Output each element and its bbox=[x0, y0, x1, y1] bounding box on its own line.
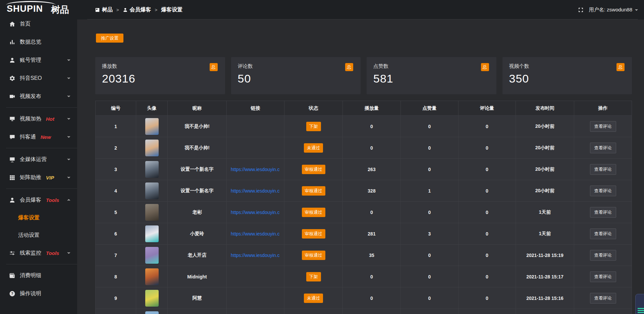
status-badge: 审核通过 bbox=[302, 251, 325, 260]
breadcrumb-separator: > bbox=[155, 7, 158, 12]
cell-comments: 0 bbox=[459, 202, 516, 223]
sidebar-item-label: 抖客通 bbox=[20, 134, 36, 141]
view-comments-button[interactable]: 查看评论 bbox=[590, 143, 616, 153]
cell-avatar bbox=[136, 159, 168, 180]
breadcrumb-item-0[interactable]: 树品 bbox=[95, 6, 113, 13]
sidebar-item-label: 操作说明 bbox=[20, 290, 41, 297]
cell-plays: 263 bbox=[343, 159, 401, 180]
promo-settings-button[interactable]: 推广设置 bbox=[96, 34, 123, 43]
chevron-down-icon bbox=[66, 251, 71, 255]
sidebar-item-tag: VIP bbox=[46, 175, 54, 180]
table-row-3: 4设置一个新名字https://www.iesdouyin.c审核通过32810… bbox=[96, 180, 632, 202]
cell-nickname: 我不是小帅! bbox=[168, 116, 227, 137]
cell-time bbox=[516, 309, 574, 314]
sidebar-item-4[interactable]: 视频发布 bbox=[0, 87, 77, 105]
total-badge: 总 bbox=[345, 63, 353, 71]
sidebar-item-16[interactable]: ?操作说明 bbox=[0, 284, 77, 303]
view-comments-button[interactable]: 查看评论 bbox=[590, 271, 616, 282]
chevron-down-icon[interactable] bbox=[634, 8, 639, 12]
stat-card-1: 评论数总50 bbox=[231, 57, 361, 94]
sidebar-item-label: 视频发布 bbox=[20, 93, 41, 100]
chevron-up-icon bbox=[66, 198, 71, 202]
cell-actions: 查看评论 bbox=[574, 245, 632, 266]
breadcrumb-item-1[interactable]: 会员爆客 bbox=[123, 6, 151, 13]
fullscreen-icon[interactable] bbox=[578, 7, 584, 13]
view-comments-button[interactable]: 查看评论 bbox=[590, 164, 616, 175]
cell-time: 2021-11-28 15:17 bbox=[516, 266, 574, 287]
grid-icon bbox=[9, 174, 15, 181]
sidebar-item-7[interactable]: 抖客通New bbox=[0, 128, 77, 146]
cell-actions: 查看评论 bbox=[574, 287, 632, 309]
stat-card-0: 播放数总20316 bbox=[95, 57, 225, 94]
cell-status: 审核通过 bbox=[284, 223, 343, 244]
sidebar-item-1[interactable]: 数据总览 bbox=[0, 33, 77, 51]
chevron-down-icon bbox=[66, 58, 71, 62]
cell-status: 审核通过 bbox=[284, 202, 343, 223]
cell-comments: 0 bbox=[459, 266, 516, 287]
cell-time: 20小时前 bbox=[516, 116, 574, 137]
cell-link: https://www.iesdouyin.c bbox=[227, 223, 284, 244]
breadcrumb-item-2[interactable]: 爆客设置 bbox=[161, 6, 182, 13]
logo-text-en: SHUPIN bbox=[7, 4, 43, 14]
data-table: 编号头像昵称链接状态播放量点赞量评论量发布时间操作1我不是小帅!下架00020小… bbox=[95, 101, 632, 314]
cell-plays: 0 bbox=[343, 202, 401, 223]
stat-card-2: 点赞数总581 bbox=[367, 57, 496, 94]
profile-link[interactable]: https://www.iesdouyin.c bbox=[231, 231, 280, 237]
table-row-6: 7老人开店https://www.iesdouyin.c审核通过35002021… bbox=[96, 245, 632, 266]
cell-time: 2021-11-28 15:16 bbox=[516, 287, 574, 309]
table-row-0: 1我不是小帅!下架00020小时前查看评论 bbox=[96, 116, 632, 137]
avatar bbox=[145, 182, 159, 199]
floating-widget[interactable] bbox=[635, 294, 644, 314]
view-comments-button[interactable]: 查看评论 bbox=[590, 250, 616, 261]
breadcrumb-separator: > bbox=[116, 7, 119, 12]
total-badge: 总 bbox=[210, 63, 218, 71]
sidebar-item-9[interactable]: 全媒体运营 bbox=[0, 150, 77, 168]
username-menu[interactable]: 用户名: zswodun88 bbox=[589, 7, 632, 13]
cell-plays: 0 bbox=[343, 287, 401, 309]
sidebar-item-0[interactable]: 首页 bbox=[0, 15, 77, 33]
cell-plays: 35 bbox=[343, 245, 401, 266]
sidebar-item-15[interactable]: 消费明细 bbox=[0, 266, 77, 284]
cell-likes: 0 bbox=[401, 159, 459, 180]
total-badge: 总 bbox=[616, 63, 625, 71]
cell-status: 未通过 bbox=[284, 287, 343, 309]
cell-likes: 0 bbox=[401, 116, 459, 137]
sliders-icon bbox=[9, 250, 15, 256]
sidebar-divider bbox=[6, 264, 77, 264]
column-header-2: 昵称 bbox=[168, 101, 227, 115]
status-badge: 审核通过 bbox=[302, 208, 325, 217]
view-comments-button[interactable]: 查看评论 bbox=[590, 121, 616, 132]
cell-link bbox=[227, 309, 284, 314]
column-header-1: 头像 bbox=[136, 101, 168, 115]
profile-link[interactable]: https://www.iesdouyin.c bbox=[231, 188, 280, 194]
view-comments-button[interactable]: 查看评论 bbox=[590, 293, 616, 304]
sidebar-subitem-12-0[interactable]: 爆客设置 bbox=[0, 209, 77, 226]
avatar bbox=[145, 290, 159, 307]
profile-link[interactable]: https://www.iesdouyin.c bbox=[231, 210, 280, 215]
avatar bbox=[145, 311, 159, 314]
brand-logo[interactable]: SHUPIN 树品 bbox=[0, 0, 77, 15]
sidebar-item-10[interactable]: 矩阵助推VIP bbox=[0, 168, 77, 187]
table-row-4: 5老彬https://www.iesdouyin.c审核通过0001天前查看评论 bbox=[96, 202, 632, 223]
view-comments-button[interactable]: 查看评论 bbox=[590, 228, 616, 239]
sidebar-subitem-12-1[interactable]: 活动设置 bbox=[0, 226, 77, 244]
sidebar-item-3[interactable]: 抖音SEO bbox=[0, 69, 77, 87]
cell-actions: 查看评论 bbox=[574, 223, 632, 244]
sidebar-item-13[interactable]: 线索监控Tools bbox=[0, 244, 77, 262]
profile-link[interactable]: https://www.iesdouyin.c bbox=[231, 167, 280, 172]
cell-actions: 查看评论 bbox=[574, 202, 632, 223]
view-comments-button[interactable]: 查看评论 bbox=[590, 186, 616, 196]
topbar: 树品>会员爆客>爆客设置 用户名: zswodun88 bbox=[77, 0, 644, 19]
profile-link[interactable]: https://www.iesdouyin.c bbox=[231, 253, 280, 258]
sidebar-item-6[interactable]: 视频加热Hot bbox=[0, 110, 77, 128]
view-comments-button[interactable]: 查看评论 bbox=[590, 207, 616, 218]
user-icon bbox=[123, 7, 128, 12]
cell-id: 2 bbox=[96, 137, 136, 158]
avatar bbox=[145, 140, 159, 156]
home-icon bbox=[9, 21, 15, 27]
avatar bbox=[145, 204, 159, 221]
sidebar-item-2[interactable]: 账号管理 bbox=[0, 51, 77, 69]
sidebar-item-12[interactable]: 会员爆客Tools bbox=[0, 191, 77, 209]
breadcrumb-label: 树品 bbox=[102, 6, 113, 13]
cell-id: 9 bbox=[96, 287, 136, 309]
